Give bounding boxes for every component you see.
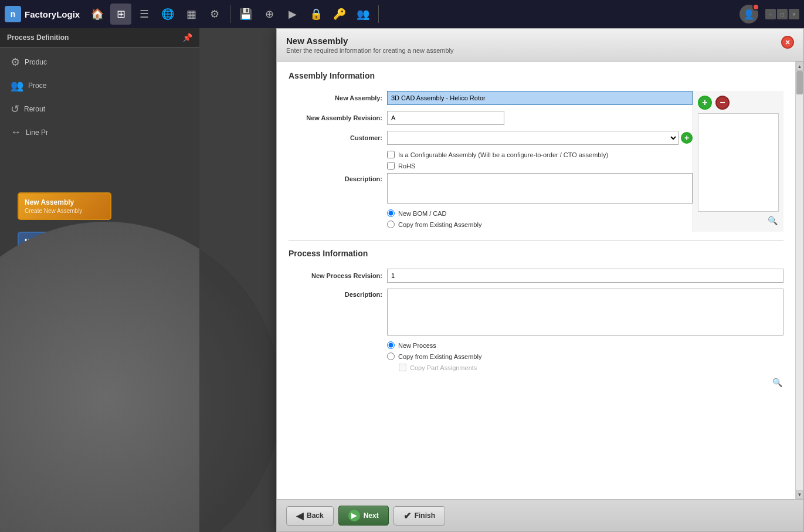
new-process-radio[interactable] [387, 341, 395, 349]
process-description-label: Description: [289, 291, 382, 298]
table-icon[interactable]: ▦ [181, 4, 202, 25]
pin-icon[interactable]: 📌 [182, 33, 192, 42]
separator-2 [378, 5, 379, 23]
new-bom-radio-row: New BOM / CAD [387, 209, 693, 217]
customer-add-button[interactable]: + [681, 132, 693, 144]
assembly-right-panel: + − 🔍 [693, 91, 783, 232]
home-icon[interactable]: 🏠 [87, 4, 108, 25]
new-assembly-revision-label: New Assembly Revision: [289, 114, 382, 121]
assembly-right-content [698, 113, 779, 212]
sidebar-item-reroute[interactable]: ↺ Rerout [5, 99, 195, 119]
sidebar-item-products[interactable]: ⚙ Produc [5, 52, 195, 72]
dialog-body: Assembly Information New Assembly: [277, 62, 803, 499]
rohs-checkbox[interactable] [387, 162, 395, 170]
copy-existing-process-label: Copy from Existing Assembly [398, 353, 481, 360]
finish-icon: ✔ [403, 510, 411, 521]
copy-existing-assembly-label: Copy from Existing Assembly [398, 221, 481, 228]
process-search-icon[interactable]: 🔍 [771, 376, 783, 389]
scroll-up-button[interactable]: ▲ [796, 62, 804, 71]
back-button[interactable]: ◀ Back [286, 506, 334, 526]
assembly-left-panel: New Assembly: New Assembly Revision: [289, 91, 693, 232]
finish-label: Finish [415, 511, 435, 520]
copy-existing-assembly-radio-row: Copy from Existing Assembly [387, 221, 693, 228]
assembly-add-button[interactable]: + [698, 96, 712, 110]
customer-label: Customer: [289, 134, 382, 141]
sidebar-header: Process Definition 📌 [0, 28, 199, 48]
dialog: New Assembly Enter the required informat… [276, 28, 804, 532]
process-section-title: Process Information [289, 249, 783, 260]
assembly-information-section: Assembly Information New Assembly: [289, 71, 783, 232]
assembly-search-row: 🔍 [698, 214, 779, 227]
workflow-area: New Assembly Enter the required informat… [199, 28, 804, 532]
globe-icon[interactable]: 🌐 [157, 4, 178, 25]
rohs-checkbox-row: RoHS [387, 162, 693, 170]
user-avatar[interactable]: 👤 [739, 5, 758, 23]
user-badge [752, 4, 759, 11]
process-information-section: Process Information New Process Revision… [289, 249, 783, 389]
dialog-header-text: New Assembly Enter the required informat… [286, 36, 454, 54]
process-revision-input[interactable] [387, 269, 783, 283]
next-button[interactable]: ▶ Next [338, 506, 389, 526]
dialog-scrollable: Assembly Information New Assembly: [277, 62, 795, 499]
new-process-label: New Process [398, 342, 436, 349]
sidebar-items: ⚙ Produc 👥 Proce ↺ Rerout ↔ Line Pr [0, 48, 199, 147]
new-bom-radio[interactable] [387, 209, 395, 217]
lock-icon[interactable]: 🔒 [306, 4, 327, 25]
sidebar-item-processes[interactable]: 👥 Proce [5, 76, 195, 96]
grid-icon[interactable]: ⊞ [110, 4, 131, 25]
card-title: New Assembly [25, 198, 104, 206]
dialog-footer: ◀ Back ▶ Next ✔ Finish [277, 499, 803, 531]
copy-existing-process-radio[interactable] [387, 353, 395, 360]
new-bom-label: New BOM / CAD [398, 210, 447, 217]
new-assembly-row: New Assembly: [289, 91, 693, 105]
sidebar-item-label: Proce [28, 82, 46, 90]
scrollbar-track [796, 71, 803, 490]
process-search-row: 🔍 [289, 376, 783, 389]
maximize-button[interactable]: □ [777, 9, 788, 19]
add-icon[interactable]: ⊕ [259, 4, 280, 25]
close-window-button[interactable]: × [789, 9, 799, 19]
sidebar-item-linepr[interactable]: ↔ Line Pr [5, 123, 195, 142]
topbar: n FactoryLogix 🏠 ⊞ ☰ 🌐 ▦ ⚙ 💾 ⊕ ▶ 🔒 🔑 👥 👤… [0, 0, 804, 28]
workflow-card-new-assembly[interactable]: New Assembly Create New Assembly [18, 192, 111, 220]
assembly-description-row: Description: [289, 173, 693, 204]
configurable-label: Is a Configurable Assembly (Will be a co… [398, 151, 608, 158]
process-description-textarea[interactable] [387, 289, 783, 336]
copy-existing-assembly-radio[interactable] [387, 221, 395, 228]
new-assembly-input[interactable] [387, 91, 693, 105]
play-icon[interactable]: ▶ [282, 4, 303, 25]
configurable-checkbox[interactable] [387, 151, 395, 158]
linepr-icon: ↔ [11, 126, 21, 138]
dialog-subtitle: Enter the required information for creat… [286, 47, 454, 54]
save-icon[interactable]: 💾 [235, 4, 256, 25]
configurable-checkbox-row: Is a Configurable Assembly (Will be a co… [387, 151, 693, 158]
new-assembly-revision-input[interactable] [387, 111, 504, 125]
finish-button[interactable]: ✔ Finish [393, 506, 445, 526]
separator-1 [230, 5, 230, 23]
customer-select[interactable] [387, 131, 679, 145]
dialog-close-button[interactable]: × [781, 36, 794, 49]
dialog-scrollbar: ▲ ▼ [795, 62, 803, 499]
assembly-remove-button[interactable]: − [715, 96, 730, 110]
sidebar-item-label: Produc [25, 58, 47, 66]
copy-part-checkbox[interactable] [399, 364, 406, 371]
assembly-description-textarea[interactable] [387, 173, 693, 204]
scroll-down-button[interactable]: ▼ [796, 490, 804, 499]
sidebar-item-label: Rerout [24, 105, 45, 113]
settings-icon[interactable]: ⚙ [204, 4, 225, 25]
copy-part-label: Copy Part Assignments [410, 364, 477, 371]
reroute-icon: ↺ [11, 103, 19, 116]
app-logo: n FactoryLogix [5, 6, 80, 22]
workflow-cards: New Assembly Create New Assembly New Pro… [18, 192, 111, 259]
scrollbar-thumb[interactable] [796, 71, 803, 94]
dialog-overlay: New Assembly Enter the required informat… [199, 28, 804, 532]
assembly-description-label: Description: [289, 175, 382, 182]
sidebar-item-label: Line Pr [26, 128, 48, 137]
assembly-search-icon[interactable]: 🔍 [766, 214, 779, 227]
minimize-button[interactable]: – [765, 9, 776, 19]
processes-icon: 👥 [11, 79, 23, 92]
list-icon[interactable]: ☰ [134, 4, 155, 25]
users-icon[interactable]: 👥 [352, 4, 374, 25]
key-icon[interactable]: 🔑 [329, 4, 350, 25]
topbar-right: 👤 – □ × [739, 5, 799, 23]
